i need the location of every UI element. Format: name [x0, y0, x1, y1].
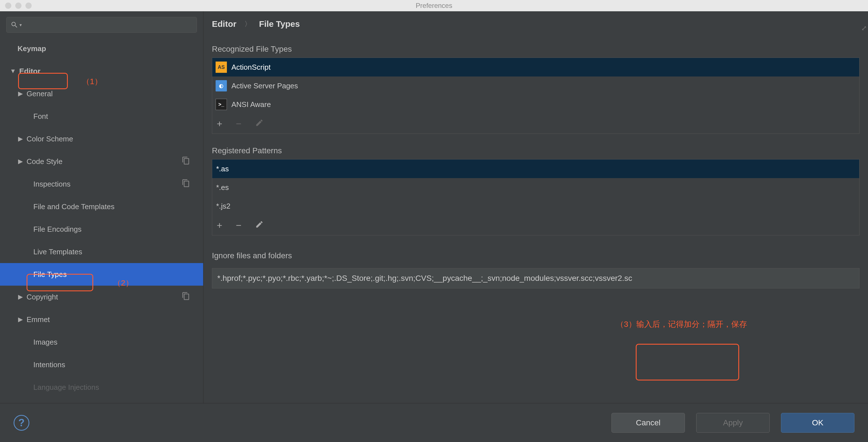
sidebar-item-label: Keymap	[18, 44, 46, 53]
edit-button	[255, 118, 264, 129]
ignore-files-input[interactable]	[212, 268, 860, 288]
button-label: Apply	[723, 418, 743, 427]
project-scope-icon	[182, 292, 190, 302]
sidebar-item-intentions[interactable]: Intentions	[0, 353, 203, 376]
chevron-right-icon: 〉	[244, 20, 251, 29]
asp-icon: ◐	[216, 80, 227, 92]
button-label: OK	[812, 418, 824, 427]
project-scope-icon	[182, 156, 190, 167]
chevron-down-icon[interactable]: ▾	[20, 22, 22, 28]
breadcrumb: Editor 〉 File Types	[212, 19, 860, 29]
recognized-file-types-label: Recognized File Types	[212, 44, 860, 54]
file-types-toolbar: + −	[212, 114, 859, 134]
list-item-label: *.as	[216, 165, 229, 173]
sidebar-item-font[interactable]: Font	[0, 105, 203, 128]
ok-button[interactable]: OK	[781, 413, 855, 433]
chevron-right-icon[interactable]	[16, 293, 25, 301]
sidebar-item-emmet[interactable]: Emmet	[0, 308, 203, 331]
list-item[interactable]: *.as	[212, 160, 859, 178]
sidebar: ▾ Keymap Editor General Font Color Schem…	[0, 11, 204, 403]
sidebar-item-inspections[interactable]: Inspections	[0, 173, 203, 195]
sidebar-item-code-style[interactable]: Code Style	[0, 150, 203, 173]
list-item-label: ANSI Aware	[231, 100, 271, 109]
edit-button[interactable]	[255, 220, 264, 231]
apply-button: Apply	[696, 413, 770, 433]
sidebar-item-general[interactable]: General	[0, 82, 203, 105]
add-button[interactable]: +	[217, 220, 222, 231]
cancel-button[interactable]: Cancel	[612, 413, 685, 433]
content-panel: ⤢ Editor 〉 File Types Recognized File Ty…	[204, 11, 868, 403]
sidebar-item-editor[interactable]: Editor	[0, 60, 203, 82]
sidebar-item-label: File Types	[33, 270, 67, 279]
sidebar-item-label: Code Style	[27, 157, 62, 166]
sidebar-item-label: File Encodings	[33, 225, 82, 234]
sidebar-item-label: Inspections	[33, 180, 71, 189]
search-input[interactable]: ▾	[6, 17, 197, 33]
sidebar-item-file-encodings[interactable]: File Encodings	[0, 218, 203, 240]
minimize-window-icon[interactable]	[15, 3, 22, 9]
actionscript-icon: AS	[216, 62, 227, 73]
sidebar-item-label: Editor	[19, 67, 40, 76]
sidebar-item-label: Font	[33, 112, 48, 121]
list-item[interactable]: AS ActionScript	[212, 58, 859, 76]
sidebar-item-label: Emmet	[27, 315, 50, 324]
zoom-window-icon[interactable]	[25, 3, 32, 9]
list-item-label: *.es	[216, 183, 229, 192]
sidebar-item-file-types[interactable]: File Types	[0, 263, 203, 286]
sidebar-item-language-injections[interactable]: Language Injections	[0, 376, 203, 399]
list-item-label: ActionScript	[231, 63, 271, 72]
sidebar-item-label: Images	[33, 338, 57, 347]
ansi-icon: >_	[216, 99, 227, 110]
list-item[interactable]: *.js2	[212, 197, 859, 215]
settings-tree: Keymap Editor General Font Color Scheme …	[0, 37, 203, 403]
chevron-right-icon[interactable]	[16, 135, 25, 142]
window-title: Preferences	[415, 2, 452, 10]
breadcrumb-editor[interactable]: Editor	[212, 19, 237, 29]
breadcrumb-file-types: File Types	[259, 19, 300, 29]
remove-button[interactable]: −	[236, 220, 242, 231]
close-window-icon[interactable]	[5, 3, 11, 9]
sidebar-item-label: Intentions	[33, 361, 65, 369]
sidebar-item-file-code-templates[interactable]: File and Code Templates	[0, 195, 203, 218]
search-icon	[10, 21, 19, 29]
list-item-label: *.js2	[216, 202, 230, 210]
sidebar-item-copyright[interactable]: Copyright	[0, 286, 203, 308]
project-scope-icon	[182, 179, 190, 190]
sidebar-item-images[interactable]: Images	[0, 331, 203, 353]
ignore-files-label: Ignore files and folders	[212, 251, 292, 260]
chevron-right-icon[interactable]	[16, 158, 25, 165]
titlebar: Preferences	[0, 0, 868, 11]
chevron-right-icon[interactable]	[16, 316, 25, 323]
list-item-label: Active Server Pages	[231, 81, 298, 90]
help-button[interactable]: ?	[13, 415, 29, 431]
remove-button: −	[236, 118, 242, 129]
list-item[interactable]: *.es	[212, 178, 859, 197]
sidebar-item-label: Copyright	[27, 293, 58, 301]
registered-patterns-label: Registered Patterns	[212, 146, 860, 155]
registered-patterns-list[interactable]: *.as *.es *.js2 + −	[212, 159, 860, 235]
chevron-right-icon[interactable]	[16, 90, 25, 97]
add-button[interactable]: +	[217, 118, 222, 129]
sidebar-item-live-templates[interactable]: Live Templates	[0, 240, 203, 263]
list-item[interactable]: ◐ Active Server Pages	[212, 76, 859, 95]
sidebar-item-keymap[interactable]: Keymap	[0, 37, 203, 60]
dialog-footer: ? Cancel Apply OK	[0, 403, 868, 442]
recognized-file-types-list[interactable]: AS ActionScript ◐ Active Server Pages >_…	[212, 58, 860, 134]
sidebar-item-label: General	[27, 90, 53, 98]
sidebar-item-label: Language Injections	[33, 383, 99, 392]
button-label: Cancel	[636, 418, 660, 427]
chevron-down-icon[interactable]	[8, 67, 18, 75]
patterns-toolbar: + −	[212, 215, 859, 235]
sidebar-item-label: Color Scheme	[27, 135, 73, 143]
list-item[interactable]: >_ ANSI Aware	[212, 95, 859, 114]
sidebar-item-label: File and Code Templates	[33, 202, 115, 211]
window-controls	[0, 3, 32, 9]
sidebar-item-label: Live Templates	[33, 247, 82, 256]
sidebar-item-color-scheme[interactable]: Color Scheme	[0, 128, 203, 150]
expand-icon[interactable]: ⤢	[861, 24, 867, 32]
